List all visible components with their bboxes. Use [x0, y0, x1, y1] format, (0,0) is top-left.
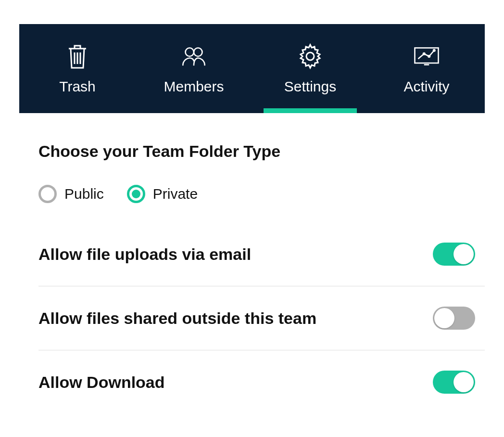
- setting-share-outside-label: Allow files shared outside this team: [38, 309, 316, 328]
- toggle-share-outside[interactable]: [433, 307, 475, 330]
- radio-private-inner: [132, 190, 140, 198]
- tab-activity[interactable]: Activity: [368, 24, 485, 113]
- radio-public[interactable]: Public: [38, 185, 104, 203]
- tab-members[interactable]: Members: [136, 24, 252, 113]
- tab-trash-label: Trash: [59, 78, 96, 95]
- trash-icon: [64, 43, 91, 70]
- setting-uploads-email-label: Allow file uploads via email: [38, 245, 251, 264]
- radio-public-label: Public: [64, 186, 104, 202]
- tab-settings[interactable]: Settings: [252, 24, 368, 113]
- section-title: Choose your Team Folder Type: [38, 142, 485, 161]
- radio-private[interactable]: Private: [127, 185, 198, 203]
- tab-settings-label: Settings: [284, 78, 336, 95]
- toggle-download[interactable]: [433, 371, 475, 394]
- radio-private-circle: [127, 185, 145, 203]
- setting-row-uploads-email: Allow file uploads via email: [38, 222, 485, 286]
- members-icon: [180, 43, 207, 70]
- svg-point-0: [186, 48, 194, 56]
- setting-row-share-outside: Allow files shared outside this team: [38, 286, 485, 350]
- tab-underline: [264, 108, 357, 113]
- svg-point-1: [194, 48, 202, 56]
- folder-type-radio-group: Public Private: [38, 185, 485, 203]
- tab-bar: Trash Members Settings: [19, 24, 485, 113]
- radio-private-label: Private: [153, 186, 198, 202]
- tab-trash[interactable]: Trash: [19, 24, 136, 113]
- toggle-knob: [454, 244, 474, 264]
- setting-download-label: Allow Download: [38, 373, 165, 392]
- svg-point-5: [428, 55, 430, 57]
- radio-public-circle: [38, 185, 57, 203]
- setting-row-download: Allow Download: [38, 350, 485, 414]
- svg-point-4: [423, 53, 425, 55]
- svg-point-2: [306, 52, 314, 60]
- tab-activity-label: Activity: [403, 78, 449, 95]
- toggle-knob: [434, 308, 454, 328]
- toggle-knob: [454, 372, 474, 392]
- gear-icon: [297, 43, 324, 70]
- svg-point-6: [433, 50, 435, 51]
- tab-members-label: Members: [164, 78, 224, 95]
- activity-icon: [413, 43, 440, 70]
- settings-content: Choose your Team Folder Type Public Priv…: [0, 113, 504, 414]
- toggle-uploads-email[interactable]: [433, 243, 475, 266]
